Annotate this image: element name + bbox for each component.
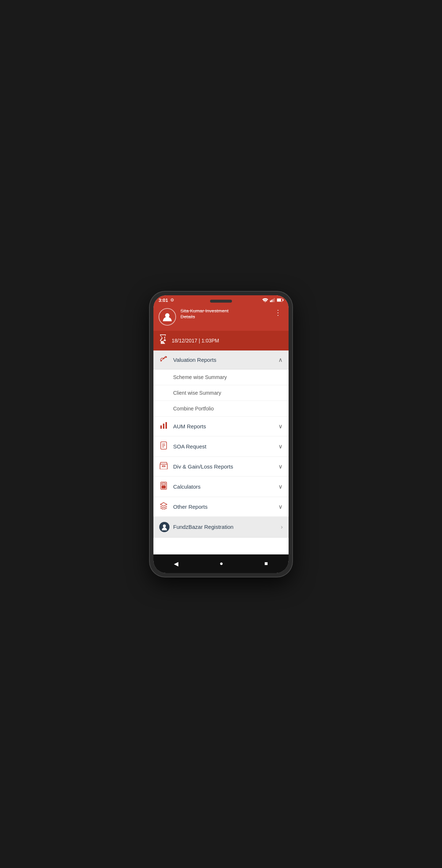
date-bar: 18/12/2017 | 1:03PM	[153, 331, 289, 350]
svg-rect-16	[165, 422, 167, 429]
svg-line-12	[162, 359, 163, 360]
signal-icon	[270, 298, 275, 302]
menu-container: Valuation Reports ∧ Scheme wise Summary …	[153, 350, 289, 554]
svg-rect-27	[164, 487, 165, 488]
chevron-down-aum-icon: ∨	[278, 423, 283, 430]
status-bar: 3:01 ⚙	[153, 295, 289, 304]
wifi-icon	[262, 298, 268, 302]
section-calculators[interactable]: Calculators ∨	[153, 477, 289, 497]
screen: 3:01 ⚙	[153, 295, 289, 573]
date-text: 18/12/2017 | 1:03PM	[172, 338, 219, 344]
combine-portfolio-item[interactable]: Combine Portfolio	[153, 401, 289, 417]
section-soa-request[interactable]: SOA Request ∨	[153, 436, 289, 457]
archive-icon	[159, 462, 168, 471]
soa-request-label: SOA Request	[173, 443, 278, 450]
calculators-label: Calculators	[173, 484, 278, 490]
fundz-icon	[159, 522, 168, 532]
bar-chart-icon	[159, 422, 168, 431]
section-fundzbazar[interactable]: FundzBazar Registration ›	[153, 517, 289, 538]
header-name-line1: Sita Kumar Investment	[180, 308, 268, 314]
home-button[interactable]: ●	[212, 558, 230, 569]
chevron-up-icon: ∧	[278, 356, 283, 363]
graph-icon	[159, 356, 168, 364]
svg-rect-0	[270, 300, 271, 302]
avatar	[159, 308, 176, 326]
svg-rect-19	[162, 466, 165, 467]
chevron-down-divgain-icon: ∨	[278, 463, 283, 470]
chevron-down-other-icon: ∨	[278, 503, 283, 510]
gear-icon: ⚙	[170, 297, 174, 303]
chevron-down-soa-icon: ∨	[278, 443, 283, 450]
document-icon	[159, 441, 168, 451]
svg-rect-5	[283, 299, 283, 301]
svg-point-9	[160, 360, 162, 361]
section-divgain-reports[interactable]: Div & Gain/Loss Reports ∨	[153, 457, 289, 477]
section-valuation-reports[interactable]: Valuation Reports ∧	[153, 350, 289, 369]
divgain-reports-label: Div & Gain/Loss Reports	[173, 463, 278, 470]
calculator-icon	[159, 482, 168, 492]
svg-rect-15	[163, 424, 164, 429]
svg-rect-22	[162, 486, 163, 487]
svg-rect-2	[273, 299, 274, 302]
bottom-nav: ◀ ● ■	[153, 554, 289, 573]
header: Sita Kumar Investment Details ⋮	[153, 304, 289, 331]
user-icon	[162, 311, 173, 322]
header-text: Sita Kumar Investment Details	[180, 308, 268, 320]
svg-rect-26	[163, 487, 164, 488]
fundzbazar-label: FundzBazar Registration	[173, 524, 281, 530]
chevron-down-calc-icon: ∨	[278, 483, 283, 490]
svg-rect-3	[274, 298, 275, 302]
section-other-reports[interactable]: Other Reports ∨	[153, 497, 289, 517]
client-wise-summary-item[interactable]: Client wise Summary	[153, 385, 289, 401]
scheme-wise-summary-item[interactable]: Scheme wise Summary	[153, 369, 289, 385]
svg-rect-24	[164, 486, 165, 487]
other-reports-label: Other Reports	[173, 504, 278, 510]
chevron-right-icon: ›	[281, 524, 283, 530]
layers-icon	[159, 502, 168, 511]
status-time: 3:01	[159, 297, 168, 303]
back-button[interactable]: ◀	[167, 558, 186, 569]
battery-icon	[277, 298, 283, 302]
valuation-reports-label: Valuation Reports	[173, 357, 278, 363]
recent-button[interactable]: ■	[257, 558, 275, 569]
svg-rect-1	[271, 300, 273, 302]
header-name-line2: Details	[180, 314, 268, 319]
svg-rect-25	[162, 487, 163, 488]
status-icons-group	[262, 298, 283, 302]
hourglass-icon	[159, 334, 167, 347]
svg-rect-23	[163, 486, 164, 487]
svg-rect-7	[277, 299, 281, 302]
svg-point-29	[163, 524, 166, 527]
svg-rect-21	[162, 483, 165, 485]
more-vertical-icon[interactable]: ⋮	[273, 308, 283, 317]
svg-rect-14	[160, 425, 162, 429]
phone-frame: 3:01 ⚙	[150, 292, 292, 577]
phone-inner: 3:01 ⚙	[153, 295, 289, 573]
aum-reports-label: AUM Reports	[173, 423, 278, 429]
section-aum-reports[interactable]: AUM Reports ∨	[153, 417, 289, 436]
